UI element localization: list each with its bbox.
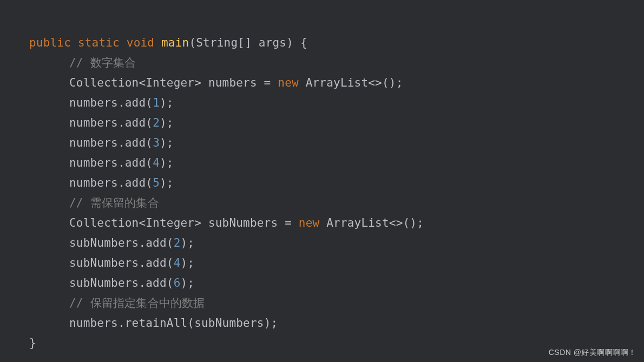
comment-1: // 数字集合 <box>69 56 136 69</box>
kw-public: public <box>29 36 71 49</box>
brace-close: } <box>29 337 36 350</box>
code-block: public static void main(String[] args) {… <box>0 0 644 353</box>
kw-void: void <box>127 36 154 49</box>
kw-static: static <box>78 36 120 49</box>
comment-2: // 需保留的集合 <box>69 196 159 209</box>
watermark-text: CSDN @好美啊啊啊啊！ <box>549 348 636 358</box>
fn-main: main <box>161 36 189 49</box>
comment-3: // 保留指定集合中的数据 <box>69 297 205 310</box>
